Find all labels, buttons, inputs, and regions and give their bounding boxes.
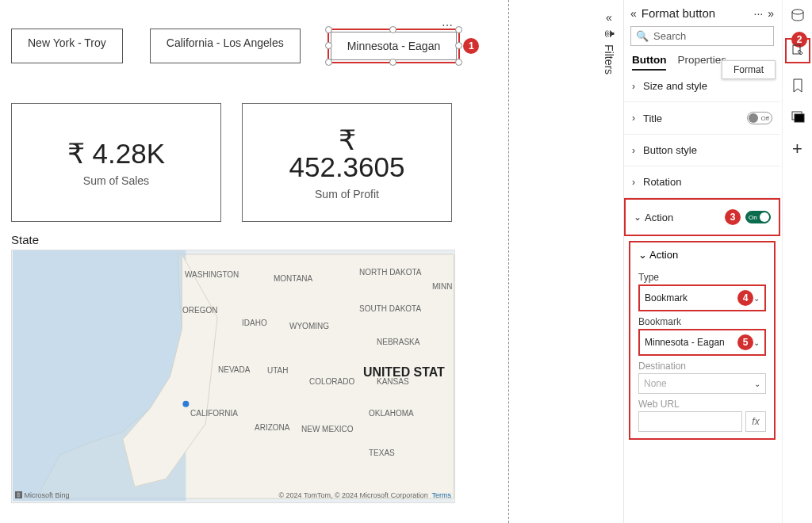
tab-button[interactable]: Button <box>632 54 666 71</box>
svg-point-2 <box>182 401 189 407</box>
bookmark-pane-icon[interactable] <box>788 76 807 95</box>
chevron-down-icon: ⌄ <box>753 294 760 303</box>
type-label: Type <box>638 272 766 283</box>
map-copyright: © 2024 TomTom, © 2024 Microsoft Corporat… <box>278 491 451 499</box>
format-icon-wrap <box>785 38 810 63</box>
format-search[interactable]: 🔍 Search <box>630 26 774 46</box>
bookmark-select[interactable]: Minnesota - Eagan 5 ⌄ <box>638 329 766 356</box>
filters-label: Filters <box>603 44 615 74</box>
nav-btn-ny[interactable]: New York - Troy <box>11 29 123 63</box>
chevron-down-icon: ⌄ <box>634 212 645 223</box>
destination-select: None ⌄ <box>638 373 766 394</box>
filters-expand-icon[interactable]: « <box>606 11 612 24</box>
callout-badge-5: 5 <box>737 334 753 350</box>
card-profit-label: Sum of Profit <box>315 188 379 200</box>
row-rotation[interactable]: › Rotation <box>624 166 780 198</box>
weburl-input <box>638 411 742 432</box>
report-canvas: New York - Troy California - Los Angeles… <box>0 0 508 523</box>
chevron-down-icon: ⌄ <box>638 249 649 261</box>
card-sales-value: ₹ 4.28K <box>67 138 165 170</box>
row-title[interactable]: › Title Off <box>624 102 780 135</box>
chevron-right-icon: › <box>632 145 643 156</box>
svg-point-4 <box>792 10 803 14</box>
terms-link[interactable]: Terms <box>432 491 452 499</box>
speaker-icon: 🕪 <box>603 27 615 40</box>
chevron-down-icon: ⌄ <box>754 380 760 388</box>
card-sales-label: Sum of Sales <box>83 174 149 187</box>
visual-options-icon[interactable]: ⋯ <box>442 19 454 32</box>
pane-more-icon[interactable]: ··· <box>754 7 764 20</box>
search-icon: 🔍 <box>636 30 649 42</box>
right-icon-strip: 2 + <box>782 0 812 523</box>
map-visual[interactable]: UNITED STAT WASHINGTON MONTANA NORTH DAK… <box>11 250 455 503</box>
pane-expand-icon[interactable]: » <box>768 7 774 20</box>
selected-button-wrap: ⋯ Minnesota - Eagan 1 <box>327 29 461 63</box>
callout-badge-1: 1 <box>463 38 479 54</box>
action-body: ⌄ Action Type Bookmark 4 ⌄ Bookmark Minn… <box>629 241 776 440</box>
bookmark-label: Bookmark <box>638 316 766 327</box>
filters-collapsed[interactable]: « 🕪 Filters <box>600 11 618 74</box>
callout-badge-3: 3 <box>725 209 741 225</box>
format-pane: « Format button ··· » 🔍 Search Format Bu… <box>623 0 780 523</box>
canvas-divider <box>508 0 509 523</box>
add-pane-icon[interactable]: + <box>788 139 807 158</box>
chevron-right-icon: › <box>632 81 643 92</box>
chevron-down-icon: ⌄ <box>753 338 760 347</box>
kpi-cards: ₹ 4.28K Sum of Sales ₹ 452.3605 Sum of P… <box>11 103 501 222</box>
destination-label: Destination <box>638 361 766 372</box>
button-row: New York - Troy California - Los Angeles… <box>11 29 501 63</box>
card-sales[interactable]: ₹ 4.28K Sum of Sales <box>11 103 221 222</box>
row-action-header[interactable]: ⌄ Action 3 On <box>624 198 780 236</box>
action-toggle[interactable]: On <box>745 211 771 223</box>
selection-pane-icon[interactable] <box>788 108 807 127</box>
data-pane-icon[interactable] <box>788 6 807 25</box>
svg-rect-7 <box>795 114 804 122</box>
pane-title: Format button <box>642 6 749 20</box>
format-pane-icon[interactable] <box>788 41 807 60</box>
title-toggle[interactable]: Off <box>747 112 772 124</box>
callout-badge-4: 4 <box>737 290 753 306</box>
nav-btn-ca[interactable]: California - Los Angeles <box>150 29 301 63</box>
map-title: State <box>11 233 501 246</box>
chevron-right-icon: › <box>632 177 643 188</box>
fx-button[interactable]: fx <box>745 411 766 432</box>
tab-properties[interactable]: Properties <box>677 54 726 71</box>
action-subheader[interactable]: ⌄ Action <box>638 242 766 267</box>
chevron-right-icon: › <box>632 113 643 124</box>
card-profit[interactable]: ₹ 452.3605 Sum of Profit <box>242 103 452 222</box>
row-button-style[interactable]: › Button style <box>624 135 780 166</box>
pane-header: « Format button ··· » <box>624 0 780 23</box>
bing-attribution: 🅱 Microsoft Bing <box>15 491 70 499</box>
type-select[interactable]: Bookmark 4 ⌄ <box>638 284 766 311</box>
card-profit-value: 452.3605 <box>289 151 405 183</box>
nav-btn-mn[interactable]: Minnesota - Eagan <box>331 32 458 60</box>
format-tooltip: Format <box>722 60 776 79</box>
pane-collapse-icon[interactable]: « <box>630 7 637 20</box>
search-placeholder: Search <box>653 30 768 42</box>
weburl-label: Web URL <box>638 399 766 410</box>
